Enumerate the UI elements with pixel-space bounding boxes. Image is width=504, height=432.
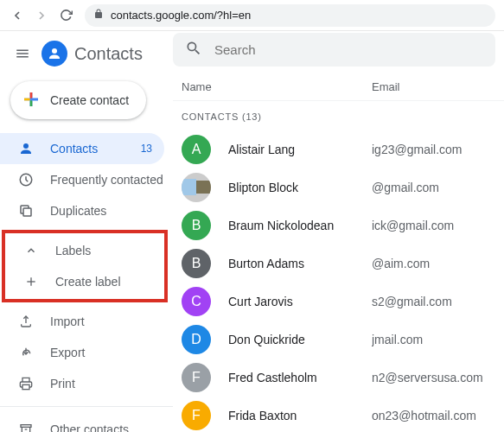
contact-email: @aim.com [372, 257, 430, 270]
contact-email: on23@hotmail.com [372, 409, 476, 422]
contacts-count: 13 [141, 143, 152, 155]
svg-rect-9 [21, 425, 31, 428]
contact-row[interactable]: CCurt Jaroviss2@gmail.com [173, 283, 504, 321]
plus-small-icon [22, 275, 40, 289]
nav-import[interactable]: Import [0, 306, 164, 337]
duplicates-icon [17, 203, 35, 219]
nav-contacts[interactable]: Contacts 13 [0, 133, 164, 164]
url-text: contacts.google.com/?hl=en [111, 9, 251, 22]
reload-button[interactable] [57, 7, 74, 24]
svg-rect-3 [23, 208, 31, 216]
contact-name: Blipton Block [228, 181, 372, 194]
nav-label: Export [50, 346, 164, 359]
chevron-up-icon [22, 245, 40, 257]
nav-print[interactable]: Print [0, 368, 164, 399]
contact-row[interactable]: FFred Castleholmn2@serversusa.com [173, 359, 504, 397]
contact-name: Fred Castleholm [228, 371, 372, 384]
svg-rect-8 [22, 384, 29, 389]
back-button[interactable] [9, 7, 26, 24]
nav-label: Contacts [50, 142, 141, 156]
nav-frequent[interactable]: Frequently contacted [0, 164, 164, 195]
lock-icon [93, 9, 104, 22]
avatar [182, 173, 211, 202]
nav-label: Other contacts [50, 422, 164, 432]
plus-icon [21, 89, 41, 112]
search-bar[interactable] [173, 33, 495, 67]
import-icon [17, 314, 35, 328]
forward-button[interactable] [33, 7, 50, 24]
create-contact-label: Create contact [50, 93, 129, 107]
nav-export[interactable]: Export [0, 337, 164, 368]
svg-point-1 [23, 143, 29, 149]
contact-name: Curt Jarovis [228, 295, 372, 308]
column-email: Email [372, 80, 400, 93]
search-icon [185, 40, 202, 60]
create-contact-button[interactable]: Create contact [10, 81, 146, 119]
avatar: B [182, 211, 211, 240]
contacts-logo [41, 41, 67, 67]
avatar: A [182, 135, 211, 164]
app-title: Contacts [74, 44, 143, 64]
column-name: Name [182, 80, 372, 93]
nav-create-label[interactable]: Create label [5, 266, 156, 297]
nav-label: Labels [55, 244, 156, 257]
contact-row[interactable]: Blipton Block@gmail.com [173, 168, 504, 206]
print-icon [17, 377, 35, 391]
contact-name: Don Quickride [228, 333, 372, 346]
person-icon [17, 141, 35, 156]
avatar: F [182, 363, 211, 392]
search-input[interactable] [214, 42, 483, 57]
contact-row[interactable]: FFrida Baxtonon23@hotmail.com [173, 397, 504, 432]
nav-label: Frequently contacted [50, 173, 164, 187]
sidebar: Contacts Create contact Contacts 13 Freq… [0, 31, 173, 432]
contact-email: ick@gmail.com [372, 219, 454, 232]
labels-highlight: Labels Create label [2, 230, 168, 302]
svg-point-0 [52, 48, 57, 54]
export-icon [17, 346, 35, 359]
contact-name: Frida Baxton [228, 409, 372, 422]
contact-row[interactable]: BBurton Adams@aim.com [173, 245, 504, 283]
contact-name: Braum Nickolodean [228, 219, 372, 232]
nav-label: Print [50, 377, 164, 391]
nav-other-contacts[interactable]: Other contacts [0, 414, 164, 432]
contact-name: Burton Adams [228, 257, 372, 270]
contact-email: ig23@gmail.com [372, 143, 462, 156]
avatar: F [182, 401, 211, 430]
nav-label: Duplicates [50, 204, 164, 218]
contacts-list: AAlistair Langig23@gmail.comBlipton Bloc… [173, 130, 504, 432]
address-bar[interactable]: contacts.google.com/?hl=en [85, 4, 495, 27]
contact-row[interactable]: DDon Quickridejmail.com [173, 321, 504, 359]
contact-email: jmail.com [372, 333, 423, 346]
nav-duplicates[interactable]: Duplicates [0, 195, 164, 226]
nav-label: Create label [55, 275, 156, 289]
history-icon [17, 172, 35, 187]
contact-row[interactable]: AAlistair Langig23@gmail.com [173, 130, 504, 168]
nav-label: Import [50, 314, 164, 328]
avatar: B [182, 249, 211, 278]
nav-labels[interactable]: Labels [5, 235, 156, 266]
avatar: D [182, 325, 211, 354]
contact-name: Alistair Lang [228, 143, 372, 156]
avatar: C [182, 287, 211, 316]
section-label: CONTACTS (13) [173, 101, 504, 130]
divider [0, 406, 173, 407]
main-menu-button[interactable] [10, 41, 35, 66]
contact-email: n2@serversusa.com [372, 371, 483, 384]
contact-row[interactable]: BBraum Nickolodeanick@gmail.com [173, 206, 504, 245]
archive-icon [17, 422, 35, 432]
contact-email: s2@gmail.com [372, 295, 452, 308]
contact-email: @gmail.com [372, 181, 439, 194]
